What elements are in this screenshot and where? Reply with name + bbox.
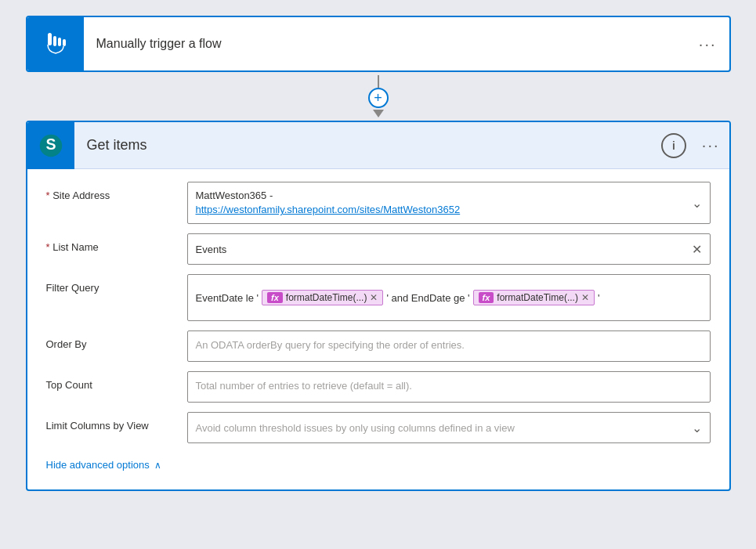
site-address-required: * [46,190,53,201]
list-name-clear-button[interactable]: ✕ [692,242,702,257]
connector-line-top [378,75,379,88]
filter-token-2: fx formatDateTime(...) ✕ [473,290,595,305]
limit-columns-row: Limit Columns by View Avoid column thres… [46,412,711,443]
order-by-control: An ODATA orderBy query for specifying th… [187,330,711,362]
list-name-row: * List Name Events ✕ [46,233,711,265]
list-name-field[interactable]: Events ✕ [187,233,711,265]
site-address-dropdown[interactable]: MattWeston365 - https://westonfamily.sha… [187,182,711,224]
site-address-row: * Site Address MattWeston365 - https://w… [46,182,711,224]
limit-columns-control: Avoid column threshold issues by only us… [187,412,711,443]
filter-suffix-text: ' [598,292,599,304]
trigger-icon-box [27,16,84,72]
order-by-label: Order By [46,330,187,350]
fx-token-2-close[interactable]: ✕ [581,292,589,303]
getitems-title: Get items [74,137,661,154]
connector: + [368,75,389,117]
limit-columns-dropdown[interactable]: Avoid column threshold issues by only us… [187,412,711,443]
top-count-row: Top Count Total number of entries to ret… [46,371,711,403]
hide-advanced-label: Hide advanced options [46,459,150,471]
filter-query-control: EventDate le ' fx formatDateTime(...) ✕ … [187,274,711,321]
svg-rect-3 [63,39,66,46]
site-address-dropdown-arrow: ⌄ [692,196,702,211]
trigger-title: Manually trigger a flow [84,37,686,51]
order-by-field[interactable]: An ODATA orderBy query for specifying th… [187,330,711,362]
sharepoint-icon: S [38,133,63,158]
trigger-icon [42,30,70,58]
site-address-label-text: Site Address [52,190,110,201]
top-count-label: Top Count [46,371,187,391]
connector-arrow [373,110,384,117]
getitems-icon-box: S [27,122,74,169]
top-count-control: Total number of entries to retrieve (def… [187,371,711,403]
filter-token-1: fx formatDateTime(...) ✕ [262,290,383,305]
getitems-header: S Get items i ··· [27,122,729,169]
filter-query-label: Filter Query [46,274,187,294]
fx-badge-2: fx [479,292,494,303]
list-name-control: Events ✕ [187,233,711,265]
top-count-field[interactable]: Total number of entries to retrieve (def… [187,371,711,403]
getitems-card: S Get items i ··· * Site Address MattWes… [26,121,731,491]
fx-token-1-label: formatDateTime(...) [286,292,367,303]
plus-icon: + [374,90,382,107]
hide-advanced-chevron-icon: ∧ [154,460,161,471]
canvas: Manually trigger a flow ··· + S Get item… [18,16,739,491]
limit-columns-label: Limit Columns by View [46,412,187,432]
add-step-button[interactable]: + [368,88,389,108]
order-by-row: Order By An ODATA orderBy query for spec… [46,330,711,362]
list-name-label: * List Name [46,233,187,253]
getitems-more-button[interactable]: ··· [693,136,729,154]
trigger-more-button[interactable]: ··· [686,35,729,53]
svg-rect-0 [48,33,52,45]
site-address-control: MattWeston365 - https://westonfamily.sha… [187,182,711,224]
list-name-value: Events [196,244,682,255]
list-name-label-text: List Name [52,241,99,253]
svg-text:S: S [45,135,56,153]
fx-token-2-label: formatDateTime(...) [497,292,578,303]
limit-columns-dropdown-arrow: ⌄ [692,421,702,435]
filter-mid-text: ' and EndDate ge ' [386,292,469,304]
svg-rect-2 [58,38,61,46]
fx-token-1-close[interactable]: ✕ [370,292,378,303]
filter-query-row: Filter Query EventDate le ' fx formatDat… [46,274,711,321]
site-address-value: MattWeston365 - https://westonfamily.sha… [196,189,682,217]
hide-advanced-button[interactable]: Hide advanced options ∧ [46,453,711,483]
form-body: * Site Address MattWeston365 - https://w… [27,169,729,489]
limit-columns-value: Avoid column threshold issues by only us… [196,422,682,434]
getitems-info-button[interactable]: i [661,133,686,158]
fx-badge-1: fx [267,292,283,303]
svg-rect-1 [53,36,56,46]
list-name-required: * [46,241,53,253]
info-icon: i [672,139,675,152]
filter-query-field[interactable]: EventDate le ' fx formatDateTime(...) ✕ … [187,274,711,321]
filter-prefix-text: EventDate le ' [196,292,259,304]
site-address-label: * Site Address [46,182,187,201]
trigger-card: Manually trigger a flow ··· [26,16,731,72]
